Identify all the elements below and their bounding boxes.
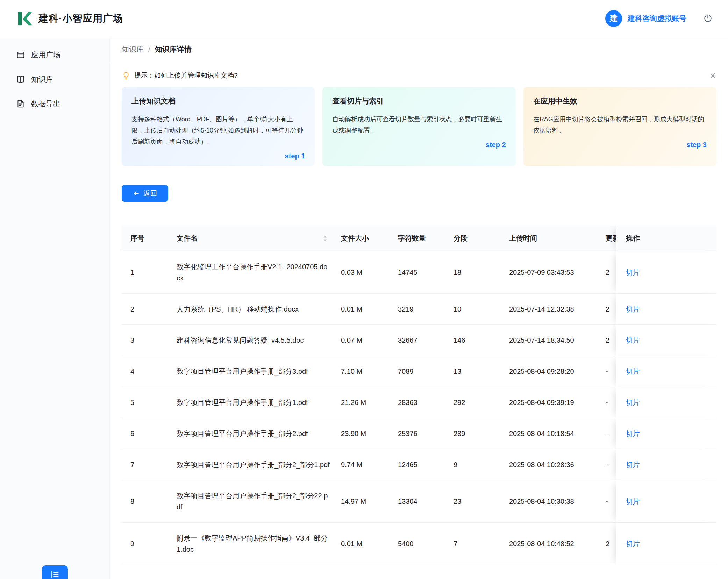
slice-link[interactable]: 切片 [626,367,640,375]
col-action: 操作 [616,226,716,251]
back-button[interactable]: 返回 [122,185,168,202]
table-row: 9附录一《数字监理APP简易操作指南》V3.4_部分1.doc0.01 M540… [122,523,716,565]
cell-chars: 7089 [392,356,448,387]
cell-chars: 13304 [392,480,448,523]
cell-size: 0.01 M [335,523,392,565]
table-row: 7数字项目管理平台用户操作手册_部分2_部分1.pdf9.74 M1246592… [122,449,716,480]
cell-index: 1 [122,251,171,294]
cell-action: 切片 [616,449,716,480]
back-arrow-icon [133,190,140,197]
logout-icon[interactable] [703,14,713,23]
card-title: 上传知识文档 [131,96,305,106]
slice-link[interactable]: 切片 [626,336,640,344]
cell-name: 数字项目管理平台用户操作手册_部分2.pdf [171,418,335,449]
slice-link[interactable]: 切片 [626,498,640,505]
slice-link[interactable]: 切片 [626,399,640,406]
sidebar-item-label: 应用广场 [31,50,60,60]
cell-name: 数字项目管理平台用户操作手册_部分2_部分1.pdf [171,449,335,480]
close-icon[interactable] [709,72,716,79]
export-document-icon [16,99,25,108]
cell-index: 9 [122,523,171,565]
main-content: 知识库 / 知识库详情 提示：如何上传并管理知识库文档? [111,37,728,579]
cell-action: 切片 [616,251,716,294]
sidebar-item-app-plaza[interactable]: 应用广场 [0,43,111,67]
cell-name: 数字项目管理平台用户操作手册_部分1.pdf [171,387,335,418]
cell-uploaded: 2025-08-04 10:18:54 [504,418,604,449]
step-badge: step 2 [486,141,506,149]
cell-segments: 10 [448,294,504,325]
back-button-label: 返回 [143,189,157,198]
step-cards: 上传知识文档 支持多种格式（Word、PDF、图片等），单个/总大小有上限，上传… [122,87,716,166]
card-body: 自动解析成功后可查看切片数量与索引状态，必要时可重新生成或调整配置。 [332,114,506,136]
tip-banner: 提示：如何上传并管理知识库文档? [122,71,716,80]
sort-icon[interactable] [323,235,328,242]
app-title: 建科·小智应用广场 [38,12,123,25]
collapse-icon [50,570,60,579]
cell-action: 切片 [616,387,716,418]
apps-icon [16,50,25,59]
card-body: 在RAG应用中切片将会被模型检索并召回，形成大模型对话的依据语料。 [533,114,707,136]
cell-name: 数字化监理工作平台操作手册V2.1--20240705.docx [171,251,335,294]
cell-action: 切片 [616,325,716,356]
topbar-right: 建 建科咨询虚拟账号 [605,10,713,27]
app-logo-icon [16,10,32,27]
slice-link[interactable]: 切片 [626,461,640,469]
cell-action: 切片 [616,356,716,387]
cell-uploaded: 2025-08-04 09:28:20 [504,356,604,387]
cell-chars: 25376 [392,418,448,449]
cell-uploaded: 2025-07-14 18:34:50 [504,325,604,356]
top-bar: 建科·小智应用广场 建 建科咨询虚拟账号 [0,0,728,37]
col-filesize: 文件大小 [335,226,392,251]
cell-name: 人力系统（PS、HR） 移动端操作.docx [171,294,335,325]
cell-size: 14.97 M [335,480,392,523]
cell-chars: 32667 [392,325,448,356]
sidebar-collapse-button[interactable] [42,565,68,579]
step-card-apply: 在应用中生效 在RAG应用中切片将会被模型检索并召回，形成大模型对话的依据语料。… [523,87,716,166]
cell-segments: 7 [448,523,504,565]
card-title: 在应用中生效 [533,96,707,106]
sidebar-item-data-export[interactable]: 数据导出 [0,92,111,116]
brand: 建科·小智应用广场 [16,10,123,27]
account-name[interactable]: 建科咨询虚拟账号 [628,14,686,23]
avatar[interactable]: 建 [605,10,622,27]
breadcrumb-parent[interactable]: 知识库 [122,44,144,54]
cell-index: 8 [122,480,171,523]
cell-size: 23.90 M [335,418,392,449]
cell-segments: 18 [448,251,504,294]
sidebar-item-knowledge-base[interactable]: 知识库 [0,67,111,92]
breadcrumb-separator: / [148,45,150,53]
slice-link[interactable]: 切片 [626,430,640,437]
col-upload-time: 上传时间 [504,226,604,251]
col-index: 序号 [122,226,171,251]
cell-segments: 9 [448,449,504,480]
step-badge: step 3 [686,141,707,149]
table-row: 2人力系统（PS、HR） 移动端操作.docx0.01 M3219102025-… [122,294,716,325]
cell-name: 建科咨询信息化常见问题答疑_v4.5.5.doc [171,325,335,356]
cell-size: 0.03 M [335,251,392,294]
cell-chars: 28363 [392,387,448,418]
table-row: 1数字化监理工作平台操作手册V2.1--20240705.docx0.03 M1… [122,251,716,294]
sidebar-item-label: 知识库 [31,74,53,84]
cell-uploaded: 2025-08-04 09:39:19 [504,387,604,418]
cell-action: 切片 [616,480,716,523]
table-row: 4数字项目管理平台用户操作手册_部分3.pdf7.10 M7089132025-… [122,356,716,387]
cell-index: 4 [122,356,171,387]
table-header-row: 序号 文件名 [122,226,716,251]
col-segments: 分段 [448,226,504,251]
cell-chars: 3219 [392,294,448,325]
cell-size: 0.01 M [335,294,392,325]
sidebar: 应用广场 知识库 数据导出 [0,37,111,579]
tip-text: 提示：如何上传并管理知识库文档? [134,71,238,80]
slice-link[interactable]: 切片 [626,540,640,548]
cell-uploaded: 2025-07-09 03:43:53 [504,251,604,294]
cell-uploaded: 2025-08-04 10:30:38 [504,480,604,523]
cell-index: 3 [122,325,171,356]
cell-segments: 13 [448,356,504,387]
slice-link[interactable]: 切片 [626,269,640,276]
col-charcount: 字符数量 [392,226,448,251]
step-card-upload: 上传知识文档 支持多种格式（Word、PDF、图片等），单个/总大小有上限，上传… [122,87,315,166]
documents-table: 序号 文件名 [122,226,716,565]
card-body: 支持多种格式（Word、PDF、图片等），单个/总大小有上限，上传后自动处理（约… [131,114,305,147]
cell-name: 附录一《数字监理APP简易操作指南》V3.4_部分1.doc [171,523,335,565]
slice-link[interactable]: 切片 [626,305,640,313]
